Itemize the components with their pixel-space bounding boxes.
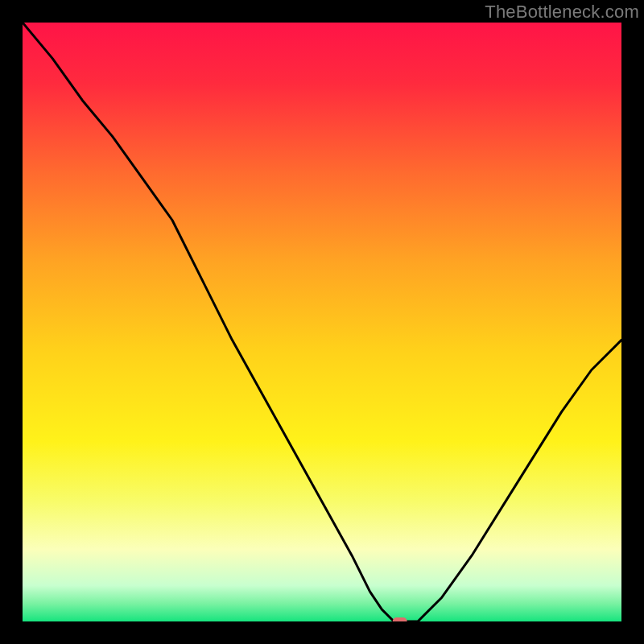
chart-frame: TheBottleneck.com bbox=[0, 0, 644, 644]
gradient-background bbox=[23, 23, 621, 621]
watermark-text: TheBottleneck.com bbox=[485, 2, 639, 23]
bottleneck-chart bbox=[23, 23, 621, 621]
optimum-marker bbox=[393, 617, 407, 621]
